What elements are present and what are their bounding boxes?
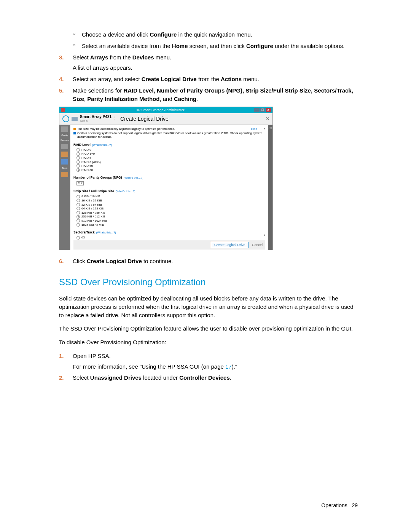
strip-option[interactable]: 16 KiB / 32 KiB [76,199,265,203]
strip-size-label: Strip Size / Full Stripe Size(What's thi… [73,189,265,193]
window-titlebar: HP Smart Storage Administrator — □ x [59,107,272,113]
sectors-track-label: Sectors/Track(What's this...?) [73,230,265,234]
notice-os: Certain operating systems do not support… [73,131,265,139]
npg-label: Number of Parity Groups (NPG)(What's thi… [73,176,265,179]
sidebar-config-icon[interactable] [61,126,68,132]
sidebar-devices-label: Devices [61,139,68,142]
raid-options: RAID 0RAID 1+0RAID 5RAID 6 (ADG)RAID 50R… [76,148,265,172]
minimize-button[interactable]: — [254,108,260,112]
raid-option[interactable]: RAID 50 [76,164,265,168]
breadcrumb-device[interactable]: Smart Array P431 [80,115,112,119]
app-icon [61,108,65,112]
ssa-window: HP Smart Storage Administrator — □ x Sma… [59,107,273,250]
sidebar-config-label: Config [61,134,68,137]
step-6: 6. Click Create Logical Drive to continu… [59,257,358,265]
raid-option[interactable]: RAID 60 [76,168,265,172]
sidebar-tools-label: Tools [62,167,67,169]
raid-option[interactable]: RAID 0 [76,148,265,152]
svg-point-0 [63,116,69,122]
scroll-up-icon[interactable]: ∧ [263,127,266,131]
section-title-ssd: SSD Over Provisioning Optimization [59,276,358,289]
disable-step-1: 1. Open HP SSA. For more information, se… [59,352,358,371]
whats-this-link[interactable]: (What's this...?) [92,143,112,147]
strip-option[interactable]: 512 KiB / 1024 KiB [76,219,265,223]
whats-this-link[interactable]: (What's this...?) [96,231,116,234]
sidebar: Config Devices Tools [59,125,70,250]
bullet-configure-quicknav: Choose a device and click Configure in t… [59,30,358,39]
strip-option[interactable]: 128 KiB / 256 KiB [76,211,265,215]
step-4: 4. Select an array, and select Create Lo… [59,75,358,83]
npg-select[interactable]: 2 [76,181,84,186]
strip-option[interactable]: 8 KiB / 16 KiB [76,195,265,198]
whats-this-link[interactable]: (What's this...?) [116,190,135,193]
breadcrumb: Smart Array P431 Slot 5 〉 Create Logical… [59,113,272,125]
hp-logo-icon [62,115,69,122]
step-3-result: A list of arrays appears. [73,64,358,72]
step-5: 5. Make selections for RAID Level, Numbe… [59,86,358,103]
ssd-para-3: To disable Over Provisioning Optimizatio… [59,338,358,347]
sidebar-tools-icon[interactable] [61,159,68,165]
strip-option[interactable]: 256 KiB / 512 KiB [76,215,265,219]
sub-bullets: Choose a device and click Configure in t… [59,30,358,50]
action-bar: Create Logical Drive Cancel [73,240,265,250]
sectors-opt[interactable]: 63 [76,236,265,240]
window-title: HP Smart Storage Administrator [66,108,254,112]
create-logical-drive-button[interactable]: Create Logical Drive [211,242,249,248]
page-link-17[interactable]: 17 [225,363,232,370]
form-panel: Hide ∧ The size may be automatically adj… [70,125,268,250]
strip-option[interactable]: 64 KiB / 128 KiB [76,207,265,211]
step-3: 3. Select Arrays from the Devices menu. … [59,53,358,72]
scroll-down-icon[interactable]: ∨ [263,233,266,237]
strip-option[interactable]: 32 KiB / 64 KiB [76,203,265,207]
drive-icon [72,117,78,121]
cancel-button[interactable]: Cancel [252,243,263,247]
raid-level-label: RAID Level(What's this...?) [73,143,265,147]
breadcrumb-slot: Slot 5 [80,119,112,123]
bullet-configure-home: Select an available device from the Home… [59,42,358,50]
raid-option[interactable]: RAID 6 (ADG) [76,160,265,164]
raid-option[interactable]: RAID 1+0 [76,152,265,156]
page-footer: Operations 29 [321,502,358,509]
sidebar-drive-icon[interactable] [61,144,68,149]
breadcrumb-page: Create Logical Drive [120,116,169,122]
notice-size: The size may be automatically adjusted s… [73,127,265,131]
rightedge-hint: eft [268,125,272,250]
ssd-para-2: The SSD Over Provisioning Optimization f… [59,324,358,333]
hide-link[interactable]: Hide [251,127,257,131]
chevron-right-icon: 〉 [114,116,118,121]
disable-step-1-more: For more information, see "Using the HP … [73,363,358,371]
disable-step-2: 2. Select Unassigned Drives located unde… [59,374,358,382]
raid-option[interactable]: RAID 5 [76,156,265,160]
sectors-options: 63 [76,236,265,240]
strip-options: 8 KiB / 16 KiB16 KiB / 32 KiB32 KiB / 64… [76,195,265,227]
sidebar-array-icon[interactable] [61,152,68,157]
panel-close-icon[interactable]: × [266,115,269,122]
whats-this-link[interactable]: (What's this...?) [124,176,143,179]
maximize-button[interactable]: □ [260,108,265,112]
ssd-para-1: Solid state devices can be optimized by … [59,294,358,319]
sidebar-misc-icon[interactable] [61,172,68,177]
close-button[interactable]: x [266,108,271,112]
strip-option[interactable]: 1024 KiB / 2 MiB [76,223,265,227]
